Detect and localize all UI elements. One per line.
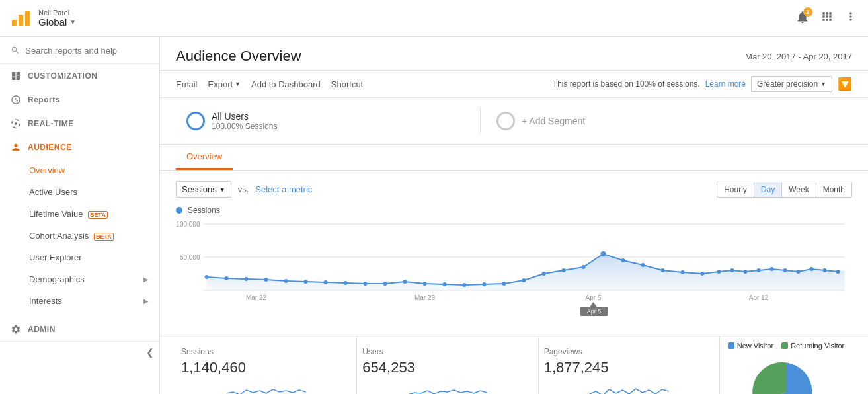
sidebar-item-overview[interactable]: Overview xyxy=(0,159,159,181)
svg-point-27 xyxy=(542,272,546,276)
toolbar-right: This report is based on 100% of sessions… xyxy=(553,76,852,92)
reports-label: Reports xyxy=(28,95,60,104)
svg-rect-2 xyxy=(25,11,30,26)
sidebar-item-user-explorer[interactable]: User Explorer xyxy=(0,247,159,268)
sidebar-item-cohort-analysis[interactable]: Cohort Analysis BETA xyxy=(0,225,159,247)
audience-label: AUDIENCE xyxy=(28,143,72,152)
sidebar-item-lifetime-value[interactable]: Lifetime Value BETA xyxy=(0,203,159,225)
sidebar-item-active-users[interactable]: Active Users xyxy=(0,181,159,203)
customization-label: CUSTOMIZATION xyxy=(28,71,97,81)
pie-chart xyxy=(740,355,832,394)
shortcut-button[interactable]: Shortcut xyxy=(331,77,363,92)
sidebar-item-demographics[interactable]: Demographics ▶ xyxy=(0,268,159,290)
time-btn-hourly[interactable]: Hourly xyxy=(717,182,754,197)
stat-pageviews-label: Pageviews xyxy=(544,347,714,356)
svg-point-29 xyxy=(582,265,586,269)
sidebar-customization[interactable]: CUSTOMIZATION xyxy=(0,64,159,88)
stat-pageviews-value: 1,877,245 xyxy=(544,359,714,376)
time-buttons: Hourly Day Week Month xyxy=(717,182,852,198)
stat-users: Users 654,253 xyxy=(357,336,538,394)
notifications-button[interactable]: 2 xyxy=(795,10,810,26)
sessions-chart: 100,000 50,000 xyxy=(176,217,852,323)
svg-point-20 xyxy=(403,280,407,284)
tab-overview[interactable]: Overview xyxy=(176,145,233,170)
more-options-button[interactable] xyxy=(844,10,857,26)
export-button[interactable]: Export ▼ xyxy=(208,77,241,92)
time-btn-week[interactable]: Week xyxy=(782,182,816,197)
chart-controls: Sessions ▼ vs. Select a metric Hourly Da… xyxy=(176,181,852,198)
toolbar: Email Export ▼ Add to Dashboard Shortcut… xyxy=(160,71,868,98)
pie-legend: New Visitor Returning Visitor xyxy=(728,342,845,350)
page-title: Audience Overview xyxy=(176,48,301,65)
svg-point-22 xyxy=(443,282,447,286)
sidebar-reports[interactable]: Reports xyxy=(0,88,159,112)
svg-point-12 xyxy=(245,277,249,281)
svg-point-40 xyxy=(770,267,774,271)
precision-dropdown[interactable]: Greater precision ▼ xyxy=(751,76,832,92)
sessions-sparkline xyxy=(181,380,351,394)
header-left: Neil Patel Global ▼ xyxy=(11,8,76,29)
segment-circle-empty xyxy=(496,112,515,130)
page-header: Audience Overview Mar 20, 2017 - Apr 20,… xyxy=(160,37,868,71)
svg-point-41 xyxy=(783,268,787,272)
sidebar-collapse-button[interactable]: ❮ xyxy=(146,347,154,358)
svg-point-35 xyxy=(701,272,705,276)
svg-text:Apr 5: Apr 5 xyxy=(586,294,602,301)
pie-chart-area: New Visitor Returning Visitor xyxy=(720,336,852,394)
filter-icon-btn[interactable]: 🔽 xyxy=(838,77,852,91)
time-btn-month[interactable]: Month xyxy=(816,182,851,197)
svg-marker-50 xyxy=(590,302,597,307)
svg-point-43 xyxy=(810,267,814,271)
select-metric-link[interactable]: Select a metric xyxy=(255,184,312,194)
svg-point-23 xyxy=(463,283,467,287)
search-input[interactable] xyxy=(25,46,149,56)
pie-legend-new-visitor: New Visitor xyxy=(728,342,773,350)
date-range: Mar 20, 2017 - Apr 20, 2017 xyxy=(745,52,852,61)
svg-point-25 xyxy=(502,282,506,286)
svg-text:Mar 22: Mar 22 xyxy=(246,294,267,301)
pie-legend-returning-visitor: Returning Visitor xyxy=(781,342,844,350)
content-area: Audience Overview Mar 20, 2017 - Apr 20,… xyxy=(160,37,868,394)
sidebar-admin[interactable]: ADMIN xyxy=(0,317,159,341)
add-to-dashboard-button[interactable]: Add to Dashboard xyxy=(251,77,321,92)
chart-controls-left: Sessions ▼ vs. Select a metric xyxy=(176,181,312,198)
pageviews-sparkline xyxy=(544,380,714,394)
returning-visitor-dot xyxy=(781,342,788,349)
sidebar-audience[interactable]: AUDIENCE xyxy=(0,136,159,159)
search-icon xyxy=(11,45,20,56)
export-arrow-icon: ▼ xyxy=(235,81,241,87)
sidebar-search-container xyxy=(0,37,159,64)
svg-marker-9 xyxy=(207,254,845,290)
stats-row: Sessions 1,140,460 Users 654,253 Pagevie… xyxy=(160,336,868,394)
new-visitor-dot xyxy=(728,342,734,349)
metric-dropdown[interactable]: Sessions ▼ xyxy=(176,181,231,198)
svg-point-30 xyxy=(601,251,606,256)
segment-bar: All Users 100.00% Sessions + Add Segment xyxy=(160,98,868,145)
chart-legend: Sessions xyxy=(176,206,852,215)
realtime-label: REAL-TIME xyxy=(28,119,74,128)
stat-sessions-label: Sessions xyxy=(181,347,351,356)
customization-icon xyxy=(11,71,21,81)
beta-badge-cohort: BETA xyxy=(94,233,114,241)
svg-point-13 xyxy=(264,278,268,282)
email-button[interactable]: Email xyxy=(176,77,198,92)
top-header: Neil Patel Global ▼ 2 xyxy=(0,0,868,37)
svg-point-44 xyxy=(823,268,827,272)
add-segment-button[interactable]: + Add Segment xyxy=(481,106,852,136)
svg-point-15 xyxy=(304,280,308,284)
clock-icon xyxy=(11,95,21,105)
svg-point-38 xyxy=(744,270,748,274)
apps-button[interactable] xyxy=(820,10,834,26)
demographics-arrow-icon: ▶ xyxy=(143,276,149,283)
sidebar-item-interests[interactable]: Interests ▶ xyxy=(0,290,159,312)
audience-icon xyxy=(11,142,21,153)
svg-point-28 xyxy=(562,268,566,272)
svg-rect-0 xyxy=(12,20,17,26)
time-btn-day[interactable]: Day xyxy=(754,182,782,197)
svg-rect-1 xyxy=(19,15,23,26)
sidebar-realtime[interactable]: REAL-TIME xyxy=(0,112,159,136)
learn-more-link[interactable]: Learn more xyxy=(705,79,746,89)
sessions-info-text: This report is based on 100% of sessions… xyxy=(553,79,700,89)
beta-badge-lifetime: BETA xyxy=(88,211,108,219)
account-dropdown-arrow[interactable]: ▼ xyxy=(69,19,76,26)
